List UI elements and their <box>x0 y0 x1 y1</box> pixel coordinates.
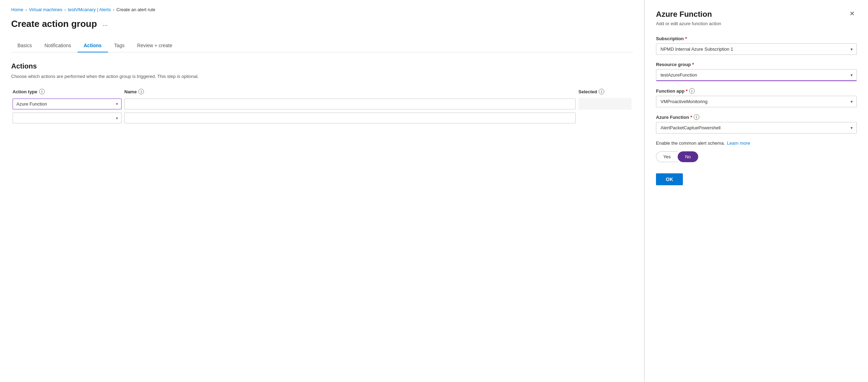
table-row: Azure Function ▾ <box>11 98 633 110</box>
function-app-field-group: Function app * i VMProactiveMonitoring ▾ <box>656 88 857 107</box>
panel-subtitle: Add or edit azure function action <box>656 21 857 26</box>
azure-function-dropdown-wrapper: AlertPacketCaptuePowershell ▾ <box>656 122 857 134</box>
ok-button-container: OK <box>656 171 857 185</box>
action-type-info-icon[interactable]: i <box>39 89 45 94</box>
actions-section-title: Actions <box>11 62 633 70</box>
resource-group-required: * <box>692 62 694 67</box>
function-app-info-icon[interactable]: i <box>689 88 695 94</box>
subscription-required: * <box>685 36 687 41</box>
tab-tags[interactable]: Tags <box>108 39 131 52</box>
tab-actions[interactable]: Actions <box>78 39 108 52</box>
function-app-select[interactable]: VMProactiveMonitoring <box>656 96 857 107</box>
breadcrumb-sep-2: › <box>65 7 66 12</box>
name-input-2[interactable] <box>124 113 576 123</box>
learn-more-link[interactable]: Learn more <box>727 140 750 146</box>
ok-button[interactable]: OK <box>656 173 683 185</box>
enable-schema-label: Enable the common alert schema. <box>656 140 725 146</box>
tab-basics[interactable]: Basics <box>11 39 38 52</box>
breadcrumb-alerts[interactable]: testVMcanary | Alerts <box>68 7 111 12</box>
name-cell-2 <box>123 113 577 123</box>
selected-cell-1 <box>577 98 633 110</box>
selected-info-icon[interactable]: i <box>599 89 604 94</box>
action-type-dropdown-wrapper-2: ▾ <box>13 113 122 123</box>
page-title-row: Create action group ... <box>11 19 633 29</box>
left-panel: Home › Virtual machines › testVMcanary |… <box>0 0 644 382</box>
resource-group-select[interactable]: testAzureFunction <box>656 69 857 81</box>
enable-schema-row: Enable the common alert schema. Learn mo… <box>656 140 857 146</box>
subscription-label: Subscription * <box>656 36 857 41</box>
subscription-field-group: Subscription * NPMD Internal Azure Subsc… <box>656 36 857 55</box>
toggle-no-button[interactable]: No <box>678 151 698 162</box>
name-info-icon[interactable]: i <box>138 89 144 94</box>
tabs-container: Basics Notifications Actions Tags Review… <box>11 39 633 52</box>
actions-section-desc: Choose which actions are performed when … <box>11 74 633 79</box>
azure-function-field-group: Azure Function * i AlertPacketCaptuePowe… <box>656 114 857 134</box>
function-app-dropdown-wrapper: VMProactiveMonitoring ▾ <box>656 96 857 107</box>
col-header-name: Name i <box>123 89 577 94</box>
breadcrumb-vms[interactable]: Virtual machines <box>29 7 63 12</box>
ellipsis-button[interactable]: ... <box>101 20 110 28</box>
azure-function-info-icon[interactable]: i <box>694 114 699 120</box>
name-cell-1 <box>123 99 577 109</box>
azure-function-label: Azure Function * i <box>656 114 857 120</box>
action-type-select-2[interactable] <box>13 113 122 123</box>
action-type-dropdown-wrapper-1: Azure Function ▾ <box>13 99 122 109</box>
breadcrumb: Home › Virtual machines › testVMcanary |… <box>11 7 633 12</box>
azure-function-required: * <box>691 115 692 120</box>
table-row: ▾ <box>11 113 633 123</box>
toggle-group: Yes No <box>656 151 857 162</box>
tab-notifications[interactable]: Notifications <box>38 39 77 52</box>
action-type-select-1[interactable]: Azure Function <box>13 99 122 109</box>
right-panel: Azure Function ✕ Add or edit azure funct… <box>644 0 868 382</box>
page-title: Create action group <box>11 19 97 29</box>
panel-header: Azure Function ✕ <box>656 10 857 19</box>
resource-group-dropdown-wrapper: testAzureFunction ▾ <box>656 69 857 81</box>
col-header-action-type: Action type i <box>11 89 123 94</box>
function-app-label: Function app * i <box>656 88 857 94</box>
azure-function-select[interactable]: AlertPacketCaptuePowershell <box>656 122 857 134</box>
subscription-dropdown-wrapper: NPMD Internal Azure Subscription 1 ▾ <box>656 43 857 55</box>
tab-review-create[interactable]: Review + create <box>131 39 178 52</box>
action-type-cell-2: ▾ <box>11 113 123 123</box>
panel-title: Azure Function <box>656 10 712 19</box>
breadcrumb-home[interactable]: Home <box>11 7 23 12</box>
breadcrumb-sep-3: › <box>113 7 114 12</box>
close-button[interactable]: ✕ <box>847 10 857 17</box>
breadcrumb-current: Create an alert rule <box>116 7 155 12</box>
toggle-yes-button[interactable]: Yes <box>656 151 678 162</box>
function-app-required: * <box>686 88 688 94</box>
action-type-cell-1: Azure Function ▾ <box>11 99 123 109</box>
breadcrumb-sep-1: › <box>25 7 27 12</box>
resource-group-label: Resource group * <box>656 62 857 67</box>
name-input-1[interactable] <box>124 99 576 109</box>
resource-group-field-group: Resource group * testAzureFunction ▾ <box>656 62 857 81</box>
selected-cell-bg-1 <box>578 98 632 110</box>
col-header-selected: Selected i <box>577 89 633 94</box>
subscription-select[interactable]: NPMD Internal Azure Subscription 1 <box>656 43 857 55</box>
table-header: Action type i Name i Selected i <box>11 89 633 94</box>
